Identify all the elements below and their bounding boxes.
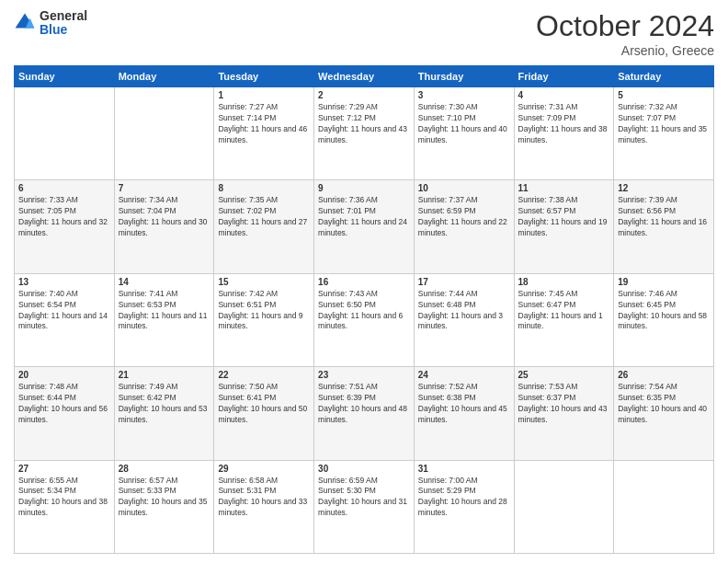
calendar-cell: 10Sunrise: 7:37 AMSunset: 6:59 PMDayligh… — [414, 180, 514, 273]
day-info: Sunrise: 7:46 AMSunset: 6:45 PMDaylight:… — [618, 289, 710, 333]
week-row-0: 1Sunrise: 7:27 AMSunset: 7:14 PMDaylight… — [15, 87, 714, 180]
day-number: 15 — [218, 277, 310, 287]
calendar-cell: 3Sunrise: 7:30 AMSunset: 7:10 PMDaylight… — [414, 87, 514, 180]
calendar-cell: 7Sunrise: 7:34 AMSunset: 7:04 PMDaylight… — [114, 180, 214, 273]
day-number: 16 — [318, 277, 410, 287]
calendar-cell: 12Sunrise: 7:39 AMSunset: 6:56 PMDayligh… — [614, 180, 714, 273]
day-number: 25 — [518, 370, 610, 380]
calendar-cell: 26Sunrise: 7:54 AMSunset: 6:35 PMDayligh… — [614, 367, 714, 460]
calendar-cell: 9Sunrise: 7:36 AMSunset: 7:01 PMDaylight… — [314, 180, 415, 273]
month-title: October 2024 — [536, 9, 714, 43]
day-info: Sunrise: 7:43 AMSunset: 6:50 PMDaylight:… — [318, 289, 410, 333]
calendar-cell: 4Sunrise: 7:31 AMSunset: 7:09 PMDaylight… — [514, 87, 614, 180]
calendar-cell: 5Sunrise: 7:32 AMSunset: 7:07 PMDaylight… — [614, 87, 714, 180]
calendar-cell: 2Sunrise: 7:29 AMSunset: 7:12 PMDaylight… — [314, 87, 415, 180]
header: General Blue October 2024 Arsenio, Greec… — [14, 9, 714, 58]
calendar-cell — [614, 460, 714, 553]
day-number: 18 — [518, 277, 610, 287]
day-info: Sunrise: 7:38 AMSunset: 6:57 PMDaylight:… — [518, 195, 610, 239]
day-number: 29 — [218, 464, 310, 474]
day-info: Sunrise: 7:53 AMSunset: 6:37 PMDaylight:… — [518, 382, 610, 426]
day-number: 10 — [418, 183, 510, 193]
day-number: 28 — [119, 464, 210, 474]
day-number: 12 — [618, 183, 710, 193]
calendar-cell: 27Sunrise: 6:55 AMSunset: 5:34 PMDayligh… — [15, 460, 115, 553]
day-number: 22 — [218, 370, 310, 380]
day-number: 8 — [218, 183, 310, 193]
day-info: Sunrise: 7:29 AMSunset: 7:12 PMDaylight:… — [318, 102, 410, 146]
calendar-cell: 30Sunrise: 6:59 AMSunset: 5:30 PMDayligh… — [314, 460, 415, 553]
day-info: Sunrise: 7:39 AMSunset: 6:56 PMDaylight:… — [618, 195, 710, 239]
day-number: 31 — [418, 464, 510, 474]
calendar-cell — [114, 87, 214, 180]
calendar-cell: 16Sunrise: 7:43 AMSunset: 6:50 PMDayligh… — [314, 273, 415, 366]
day-info: Sunrise: 7:36 AMSunset: 7:01 PMDaylight:… — [318, 195, 410, 239]
day-info: Sunrise: 7:30 AMSunset: 7:10 PMDaylight:… — [418, 102, 510, 146]
calendar-cell: 31Sunrise: 7:00 AMSunset: 5:29 PMDayligh… — [414, 460, 514, 553]
week-row-4: 27Sunrise: 6:55 AMSunset: 5:34 PMDayligh… — [15, 460, 714, 553]
week-row-1: 6Sunrise: 7:33 AMSunset: 7:05 PMDaylight… — [15, 180, 714, 273]
calendar-cell: 18Sunrise: 7:45 AMSunset: 6:47 PMDayligh… — [514, 273, 614, 366]
weekday-header-friday: Friday — [514, 66, 614, 87]
day-number: 21 — [119, 370, 210, 380]
calendar-cell: 17Sunrise: 7:44 AMSunset: 6:48 PMDayligh… — [414, 273, 514, 366]
day-info: Sunrise: 7:48 AMSunset: 6:44 PMDaylight:… — [18, 382, 110, 426]
day-info: Sunrise: 7:34 AMSunset: 7:04 PMDaylight:… — [119, 195, 210, 239]
day-number: 3 — [418, 90, 510, 100]
day-number: 6 — [18, 183, 110, 193]
day-number: 9 — [318, 183, 410, 193]
logo-icon — [14, 12, 36, 34]
day-info: Sunrise: 7:40 AMSunset: 6:54 PMDaylight:… — [18, 289, 110, 333]
week-row-2: 13Sunrise: 7:40 AMSunset: 6:54 PMDayligh… — [15, 273, 714, 366]
logo-general: General — [40, 9, 87, 23]
weekday-header-monday: Monday — [114, 66, 214, 87]
day-number: 27 — [18, 464, 110, 474]
calendar-cell: 1Sunrise: 7:27 AMSunset: 7:14 PMDaylight… — [214, 87, 314, 180]
logo-text: General Blue — [40, 9, 87, 38]
day-number: 13 — [18, 277, 110, 287]
day-info: Sunrise: 7:31 AMSunset: 7:09 PMDaylight:… — [518, 102, 610, 146]
calendar-cell: 14Sunrise: 7:41 AMSunset: 6:53 PMDayligh… — [114, 273, 214, 366]
day-number: 2 — [318, 90, 410, 100]
day-number: 1 — [218, 90, 310, 100]
day-number: 14 — [119, 277, 210, 287]
logo: General Blue — [14, 9, 87, 38]
calendar-cell: 23Sunrise: 7:51 AMSunset: 6:39 PMDayligh… — [314, 367, 415, 460]
calendar-cell: 11Sunrise: 7:38 AMSunset: 6:57 PMDayligh… — [514, 180, 614, 273]
day-number: 7 — [119, 183, 210, 193]
day-number: 19 — [618, 277, 710, 287]
weekday-header-tuesday: Tuesday — [214, 66, 314, 87]
calendar-cell: 29Sunrise: 6:58 AMSunset: 5:31 PMDayligh… — [214, 460, 314, 553]
calendar-cell: 15Sunrise: 7:42 AMSunset: 6:51 PMDayligh… — [214, 273, 314, 366]
calendar-cell: 13Sunrise: 7:40 AMSunset: 6:54 PMDayligh… — [15, 273, 115, 366]
day-number: 24 — [418, 370, 510, 380]
day-info: Sunrise: 7:37 AMSunset: 6:59 PMDaylight:… — [418, 195, 510, 239]
calendar-cell: 19Sunrise: 7:46 AMSunset: 6:45 PMDayligh… — [614, 273, 714, 366]
day-info: Sunrise: 7:42 AMSunset: 6:51 PMDaylight:… — [218, 289, 310, 333]
weekday-header-sunday: Sunday — [15, 66, 115, 87]
calendar-cell: 21Sunrise: 7:49 AMSunset: 6:42 PMDayligh… — [114, 367, 214, 460]
day-number: 5 — [618, 90, 710, 100]
weekday-header-row: SundayMondayTuesdayWednesdayThursdayFrid… — [15, 66, 714, 87]
calendar-table: SundayMondayTuesdayWednesdayThursdayFrid… — [14, 65, 714, 554]
day-number: 11 — [518, 183, 610, 193]
weekday-header-thursday: Thursday — [414, 66, 514, 87]
day-info: Sunrise: 7:00 AMSunset: 5:29 PMDaylight:… — [418, 476, 510, 520]
day-number: 4 — [518, 90, 610, 100]
day-info: Sunrise: 7:49 AMSunset: 6:42 PMDaylight:… — [119, 382, 210, 426]
day-info: Sunrise: 6:57 AMSunset: 5:33 PMDaylight:… — [119, 476, 210, 520]
day-info: Sunrise: 7:52 AMSunset: 6:38 PMDaylight:… — [418, 382, 510, 426]
logo-blue: Blue — [40, 23, 87, 37]
day-info: Sunrise: 7:50 AMSunset: 6:41 PMDaylight:… — [218, 382, 310, 426]
calendar-cell — [15, 87, 115, 180]
weekday-header-saturday: Saturday — [614, 66, 714, 87]
day-info: Sunrise: 7:35 AMSunset: 7:02 PMDaylight:… — [218, 195, 310, 239]
day-info: Sunrise: 6:55 AMSunset: 5:34 PMDaylight:… — [18, 476, 110, 520]
title-block: October 2024 Arsenio, Greece — [536, 9, 714, 58]
calendar-cell: 8Sunrise: 7:35 AMSunset: 7:02 PMDaylight… — [214, 180, 314, 273]
day-number: 23 — [318, 370, 410, 380]
day-info: Sunrise: 7:54 AMSunset: 6:35 PMDaylight:… — [618, 382, 710, 426]
day-info: Sunrise: 7:27 AMSunset: 7:14 PMDaylight:… — [218, 102, 310, 146]
calendar-cell: 24Sunrise: 7:52 AMSunset: 6:38 PMDayligh… — [414, 367, 514, 460]
calendar-cell: 6Sunrise: 7:33 AMSunset: 7:05 PMDaylight… — [15, 180, 115, 273]
